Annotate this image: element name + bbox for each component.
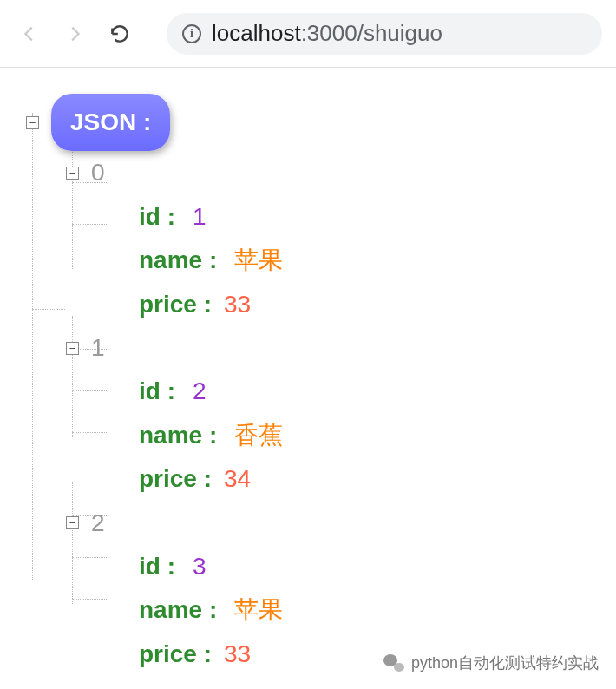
tree-kv-row: price : 34 <box>139 457 590 501</box>
watermark: python自动化测试特约实战 <box>383 653 599 673</box>
json-key: id : <box>139 195 175 239</box>
array-index-label: 2 <box>91 502 105 545</box>
url-host: localhost <box>212 20 301 46</box>
json-value: 苹果 <box>234 239 283 282</box>
json-value: 33 <box>224 633 251 676</box>
tree-kv-row: name : 苹果 <box>139 588 590 632</box>
tree-kv-row: id : 3 <box>139 545 590 588</box>
tree-array-item: − 1 <box>66 326 590 370</box>
tree-kv-row: name : 香蕉 <box>139 414 590 457</box>
collapse-toggle[interactable]: − <box>26 116 39 129</box>
tree-array-item: − 2 <box>66 502 590 545</box>
collapse-toggle[interactable]: − <box>66 167 79 180</box>
json-key: price : <box>139 633 212 676</box>
address-bar[interactable]: i localhost:3000/shuiguo <box>167 13 602 55</box>
forward-button[interactable] <box>59 18 90 49</box>
json-key: name : <box>139 588 217 632</box>
watermark-text: python自动化测试特约实战 <box>411 653 599 673</box>
tree-kv-row: price : 33 <box>139 283 590 326</box>
collapse-toggle[interactable]: − <box>66 342 79 355</box>
wechat-icon <box>383 654 404 672</box>
url-path: :3000/shuiguo <box>301 20 442 46</box>
tree-kv-row: name : 苹果 <box>139 239 590 282</box>
json-root-badge: JSON : <box>51 94 170 151</box>
page-viewport: − JSON : − 0 id : 1 name : 苹果 price : 33… <box>0 68 616 689</box>
json-tree: − JSON : − 0 id : 1 name : 苹果 price : 33… <box>26 94 590 676</box>
array-index-label: 0 <box>91 151 105 194</box>
array-index-label: 1 <box>91 326 105 370</box>
tree-kv-row: id : 2 <box>139 370 590 413</box>
json-value: 苹果 <box>234 588 283 632</box>
tree-array-item: − 0 <box>66 151 590 194</box>
json-value: 2 <box>193 370 206 413</box>
tree-kv-row: id : 1 <box>139 195 590 239</box>
json-key: name : <box>139 414 217 457</box>
json-value: 34 <box>224 457 251 501</box>
back-button[interactable] <box>14 18 45 49</box>
json-key: name : <box>139 239 217 282</box>
collapse-toggle[interactable]: − <box>66 516 79 529</box>
json-key: id : <box>139 545 175 588</box>
url-text: localhost:3000/shuiguo <box>212 20 442 47</box>
json-value: 1 <box>193 195 206 239</box>
browser-toolbar: i localhost:3000/shuiguo <box>0 0 616 68</box>
json-value: 香蕉 <box>234 414 283 457</box>
reload-button[interactable] <box>104 18 135 49</box>
json-key: price : <box>139 283 212 326</box>
tree-root-row: − JSON : <box>26 94 590 151</box>
json-value: 33 <box>224 283 251 326</box>
info-icon[interactable]: i <box>182 24 201 43</box>
json-key: price : <box>139 457 212 501</box>
json-value: 3 <box>193 545 206 588</box>
json-key: id : <box>139 370 175 413</box>
